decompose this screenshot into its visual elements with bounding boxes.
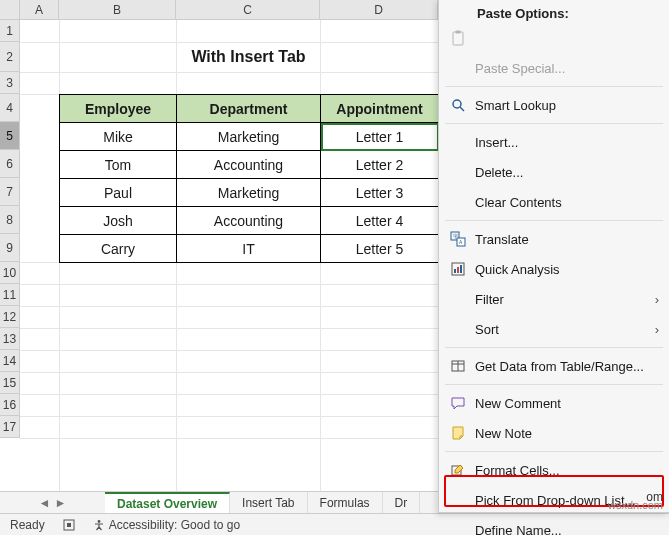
svg-text:字: 字	[453, 233, 458, 239]
context-menu: Paste Options: Paste Special... Smart Lo…	[438, 0, 669, 513]
menu-separator	[445, 220, 663, 221]
svg-rect-3	[453, 32, 463, 45]
menu-smart-lookup[interactable]: Smart Lookup	[439, 90, 669, 120]
row-2[interactable]: 2	[0, 42, 20, 72]
svg-rect-14	[460, 265, 462, 273]
tab-prev-icon[interactable]: ◄	[39, 496, 51, 510]
svg-point-5	[453, 100, 461, 108]
row-17[interactable]: 17	[0, 416, 20, 438]
row-6[interactable]: 6	[0, 150, 20, 178]
svg-rect-13	[457, 267, 459, 273]
table-row[interactable]: Josh Accounting Letter 4	[60, 207, 439, 235]
row-15[interactable]: 15	[0, 372, 20, 394]
svg-line-6	[460, 107, 464, 111]
menu-separator	[445, 347, 663, 348]
search-icon	[447, 97, 469, 113]
accessibility-icon	[93, 519, 105, 531]
menu-insert[interactable]: Insert...	[439, 127, 669, 157]
select-all-corner[interactable]	[0, 0, 20, 20]
table-row[interactable]: Tom Accounting Letter 2	[60, 151, 439, 179]
row-4[interactable]: 4	[0, 94, 20, 122]
col-c[interactable]: C	[176, 0, 320, 19]
row-9[interactable]: 9	[0, 234, 20, 262]
menu-filter[interactable]: Filter ›	[439, 284, 669, 314]
note-icon	[447, 425, 469, 441]
clipboard-icon	[447, 29, 469, 47]
page-title: With Insert Tab	[59, 42, 438, 72]
row-13[interactable]: 13	[0, 328, 20, 350]
accessibility-status[interactable]: Accessibility: Good to go	[93, 518, 240, 532]
row-12[interactable]: 12	[0, 306, 20, 328]
col-d[interactable]: D	[320, 0, 438, 19]
svg-point-2	[97, 520, 100, 523]
col-b[interactable]: B	[59, 0, 176, 19]
translate-icon: 字A	[447, 231, 469, 247]
format-cells-icon	[447, 462, 469, 478]
status-ready: Ready	[10, 518, 45, 532]
tab-nav-buttons[interactable]: ◄ ►	[0, 492, 105, 513]
table-icon	[447, 358, 469, 374]
menu-separator	[445, 384, 663, 385]
quick-analysis-icon	[447, 261, 469, 277]
menu-new-note[interactable]: New Note	[439, 418, 669, 448]
table-row[interactable]: Mike Marketing Letter 1	[60, 123, 439, 151]
menu-separator	[445, 123, 663, 124]
tab-insert-tab[interactable]: Insert Tab	[230, 492, 307, 513]
svg-rect-1	[67, 523, 71, 527]
menu-paste-special[interactable]: Paste Special...	[439, 53, 669, 83]
menu-get-data[interactable]: Get Data from Table/Range...	[439, 351, 669, 381]
menu-clear-contents[interactable]: Clear Contents	[439, 187, 669, 217]
hdr-department: Department	[177, 95, 321, 123]
menu-translate[interactable]: 字A Translate	[439, 224, 669, 254]
row-11[interactable]: 11	[0, 284, 20, 306]
tab-dataset-overview[interactable]: Dataset Overview	[105, 492, 230, 513]
menu-quick-analysis[interactable]: Quick Analysis	[439, 254, 669, 284]
chevron-right-icon: ›	[655, 292, 659, 307]
chevron-right-icon: ›	[655, 322, 659, 337]
table-row[interactable]: Carry IT Letter 5	[60, 235, 439, 263]
selected-cell-d5[interactable]: Letter 1	[321, 123, 439, 151]
svg-rect-4	[456, 31, 461, 34]
menu-format-cells[interactable]: Format Cells...	[439, 455, 669, 485]
row-10[interactable]: 10	[0, 262, 20, 284]
menu-delete[interactable]: Delete...	[439, 157, 669, 187]
menu-define-name[interactable]: Define Name...	[439, 515, 669, 535]
tab-formulas[interactable]: Formulas	[308, 492, 383, 513]
menu-separator	[445, 451, 663, 452]
paste-icon-button[interactable]	[439, 23, 669, 53]
row-headers: 1 2 3 4 5 6 7 8 9 10 11 12 13 14 15 16 1…	[0, 20, 20, 438]
menu-separator	[445, 86, 663, 87]
svg-rect-12	[454, 269, 456, 273]
watermark: wsxdn.com	[608, 499, 663, 511]
row-1[interactable]: 1	[0, 20, 20, 42]
row-8[interactable]: 8	[0, 206, 20, 234]
row-3[interactable]: 3	[0, 72, 20, 94]
table-row[interactable]: Paul Marketing Letter 3	[60, 179, 439, 207]
row-16[interactable]: 16	[0, 394, 20, 416]
hdr-employee: Employee	[60, 95, 177, 123]
macro-record-icon[interactable]	[63, 519, 75, 531]
data-table: Employee Department Appointment Mike Mar…	[59, 94, 439, 263]
row-5[interactable]: 5	[0, 122, 20, 150]
tab-next-icon[interactable]: ►	[55, 496, 67, 510]
menu-sort[interactable]: Sort ›	[439, 314, 669, 344]
paste-options-heading: Paste Options:	[439, 0, 669, 23]
col-a[interactable]: A	[20, 0, 59, 19]
row-14[interactable]: 14	[0, 350, 20, 372]
hdr-appointment: Appointment	[321, 95, 439, 123]
menu-new-comment[interactable]: New Comment	[439, 388, 669, 418]
comment-icon	[447, 395, 469, 411]
tab-overflow[interactable]: Dr	[383, 492, 421, 513]
row-7[interactable]: 7	[0, 178, 20, 206]
